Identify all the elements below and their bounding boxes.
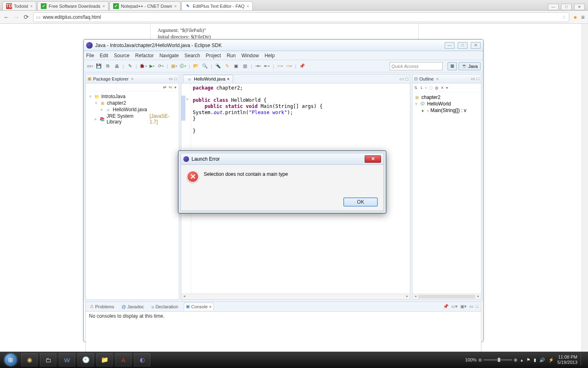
newclass-icon[interactable]: Ⓒ▾ (179, 63, 187, 70)
menu-edit[interactable]: Edit (100, 53, 108, 58)
open-perspective-button[interactable]: ⊞ (448, 62, 457, 70)
tab-editplus[interactable]: ✎ EditPlus Text Editor - FAQ × (181, 1, 253, 10)
menu-navigate[interactable]: Navigate (159, 53, 178, 58)
folder-taskbar-icon[interactable]: 📁 (96, 353, 113, 366)
runlast-icon[interactable]: ⟳▾ (157, 63, 165, 70)
opentype-icon[interactable]: 🔍 (201, 63, 209, 70)
start-button[interactable] (2, 353, 19, 366)
open-console-icon[interactable]: ▣▾ (460, 304, 467, 309)
close-icon[interactable]: × (227, 76, 229, 81)
chrome-close-button[interactable]: ✕ (574, 4, 585, 10)
tab-todoist[interactable]: TD Todoist × (2, 1, 36, 10)
save-icon[interactable]: 💾 (95, 63, 102, 70)
close-icon[interactable]: × (131, 76, 134, 81)
quick-access-input[interactable]: Quick Access (390, 62, 443, 70)
java-perspective-button[interactable]: ☕ Java (459, 62, 481, 70)
eclipse-taskbar-icon[interactable]: ◐ (134, 353, 150, 366)
tray-flag-icon[interactable]: ⚑ (526, 357, 530, 363)
wand-icon[interactable]: ✎ (126, 63, 134, 70)
display-icon[interactable]: ▭▾ (451, 304, 458, 309)
menu-refactor[interactable]: Refactor (135, 53, 154, 58)
newpkg-icon[interactable]: ▦▾ (170, 63, 178, 70)
maximize-icon[interactable]: □ (405, 76, 408, 82)
viewmenu-icon[interactable]: ▾ (174, 85, 176, 90)
menu-run[interactable]: Run (227, 53, 236, 58)
tree-package[interactable]: ▿⊞chapter2 (88, 100, 176, 106)
toggle2-icon[interactable]: ▥ (241, 63, 249, 70)
tab-downloads[interactable]: ✓ Free Software Downloads × (37, 1, 109, 10)
close-icon[interactable]: × (102, 4, 105, 9)
debug-icon[interactable]: 🐞▾ (139, 63, 147, 70)
chrome-taskbar-icon[interactable]: ◉ (21, 353, 38, 366)
back-button[interactable]: ← (3, 13, 9, 20)
zoom-control[interactable]: 100% ⊖⊕ (465, 357, 517, 363)
outline-pkg[interactable]: ⊞chapter2 (414, 94, 479, 101)
menu-icon[interactable]: ≡ (581, 13, 585, 20)
tab-notepadpp[interactable]: ✓ Notepad++ - CNET Down × (109, 1, 180, 10)
fold-icon[interactable]: ⊖ (186, 96, 188, 102)
minimize-icon[interactable]: ▭ (469, 304, 473, 309)
link-icon[interactable]: ⇆ (169, 85, 172, 90)
bookmark-star-icon[interactable]: ☆ (562, 14, 566, 20)
menu-source[interactable]: Source (114, 53, 129, 58)
eclipse-max-button[interactable]: □ (458, 42, 468, 49)
openfolder-icon[interactable]: 📂 (192, 63, 200, 70)
pin-icon[interactable]: 📌 (298, 63, 306, 70)
prev-ann-icon[interactable]: ⇤▾ (263, 63, 271, 70)
sort-icon[interactable]: ⇅ (414, 85, 417, 90)
acrobat-taskbar-icon[interactable]: A (115, 353, 131, 366)
word-taskbar-icon[interactable]: W (59, 353, 75, 366)
tree-file[interactable]: ▹⌾HelloWorld.java (88, 106, 176, 113)
ok-button[interactable]: OK (343, 197, 378, 206)
editor-tab[interactable]: ⌾ HelloWorld.java × (183, 75, 233, 83)
console-tab[interactable]: ▣Console × (184, 303, 214, 310)
menu-project[interactable]: Project (206, 53, 221, 58)
hide-static-icon[interactable]: ◌ (429, 85, 433, 90)
hide-local-icon[interactable]: ✕ (441, 85, 444, 90)
tray-volume-icon[interactable]: 🔊 (539, 357, 545, 363)
next-ann-icon[interactable]: ⇥▾ (254, 63, 262, 70)
maximize-icon[interactable]: □ (174, 76, 177, 81)
saveall-icon[interactable]: ⧉ (104, 63, 111, 70)
close-icon[interactable]: × (436, 76, 439, 81)
forward-button[interactable]: → (13, 13, 20, 20)
outline-class[interactable]: ▿ⒸHelloWorld (414, 101, 479, 107)
menu-search[interactable]: Search (185, 53, 200, 58)
highlight-icon[interactable]: ✎ (223, 63, 231, 70)
tree-project[interactable]: ▿📁IntrotoJava (88, 93, 176, 100)
hide-nonpub-icon[interactable]: ◍ (435, 85, 439, 90)
dialog-close-button[interactable]: ✕ (365, 155, 381, 163)
editor-h-scrollbar[interactable]: ◂▸ (181, 294, 410, 299)
eclipse-min-button[interactable]: — (445, 42, 454, 49)
chrome-max-button[interactable]: □ (561, 4, 572, 10)
filter-icon[interactable]: ↴ (419, 85, 423, 90)
package-explorer-tab[interactable]: Package Explorer (93, 76, 129, 81)
close-icon[interactable]: × (30, 4, 33, 9)
problems-tab[interactable]: ⚠Problems (88, 303, 116, 310)
tray-network-icon[interactable]: ▮ (534, 357, 536, 363)
minimize-icon[interactable]: ▭ (399, 76, 404, 82)
outline-method[interactable]: ●s Main(String[]) : v (414, 107, 479, 114)
eclipse-close-button[interactable]: ✕ (471, 42, 481, 49)
run-icon[interactable]: ▶▾ (148, 63, 156, 70)
eclipse-titlebar[interactable]: Java - IntrotoJava/chapter2/HelloWorld.j… (84, 40, 483, 51)
pin-icon[interactable]: 📌 (443, 304, 449, 309)
zoom-slider[interactable] (483, 359, 512, 361)
close-icon[interactable]: × (174, 4, 176, 9)
taskbar-clock[interactable]: 11:08 PM 5/19/2013 (557, 355, 577, 365)
print-icon[interactable]: 🖶 (113, 63, 120, 70)
chrome-min-button[interactable]: — (548, 4, 559, 10)
maximize-icon[interactable]: □ (476, 304, 479, 309)
minimize-icon[interactable]: ▭ (169, 76, 173, 81)
declaration-tab[interactable]: ⌾Declaration (150, 303, 180, 310)
search-icon[interactable]: 🔦 (214, 63, 222, 70)
menu-help[interactable]: Help (265, 53, 275, 58)
new-icon[interactable]: ▭▾ (86, 63, 94, 70)
fwd-hist-icon[interactable]: ⇨▾ (285, 63, 293, 70)
explorer-taskbar-icon[interactable]: 🗀 (40, 353, 56, 366)
clock-taskbar-icon[interactable]: 🕘 (78, 353, 94, 366)
outline-h-scrollbar[interactable]: ◂▸ (412, 294, 481, 299)
url-input[interactable]: ▭ www.editplus.com/faq.html ☆ (33, 12, 569, 22)
close-icon[interactable]: × (247, 4, 249, 9)
show-desktop-button[interactable] (581, 354, 584, 366)
